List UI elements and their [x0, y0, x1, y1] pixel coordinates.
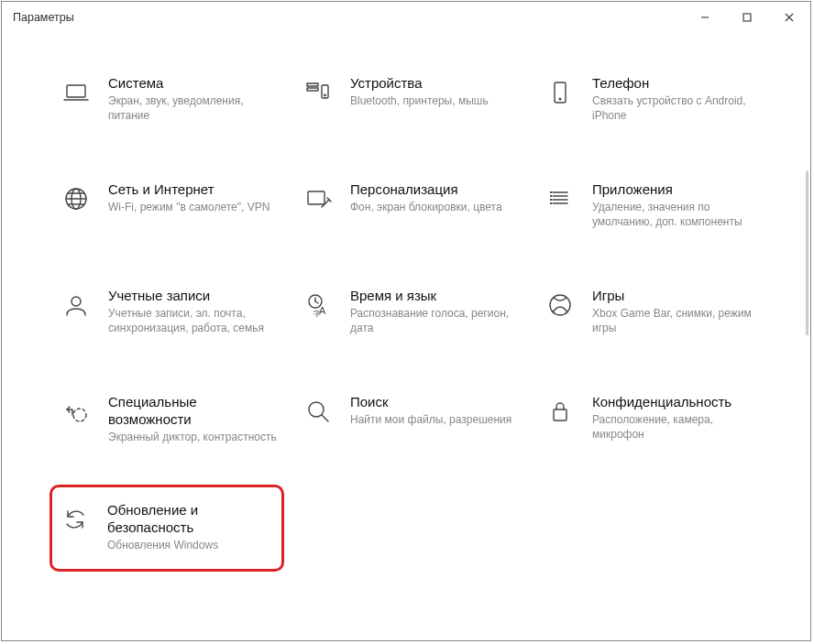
- settings-tile-network[interactable]: Сеть и ИнтернетWi-Fi, режим "в самолете"…: [57, 176, 284, 235]
- tile-title: Сеть и Интернет: [108, 181, 270, 199]
- tile-text: КонфиденциальностьРасположение, камера, …: [592, 394, 764, 442]
- tile-text: ПоискНайти мои файлы, разрешения: [350, 394, 512, 427]
- search-icon: [302, 396, 334, 427]
- settings-tile-accounts[interactable]: Учетные записиУчетные записи, эл. почта,…: [57, 282, 284, 341]
- settings-tile-search[interactable]: ПоискНайти мои файлы, разрешения: [299, 388, 526, 450]
- tile-title: Учетные записи: [108, 288, 280, 305]
- tile-title: Приложения: [592, 181, 764, 199]
- tile-description: Фон, экран блокировки, цвета: [350, 200, 502, 214]
- tile-description: Связать устройство с Android, iPhone: [592, 93, 764, 123]
- tile-description: Bluetooth, принтеры, мышь: [350, 93, 489, 108]
- sync-icon: [60, 504, 91, 535]
- tile-description: Обновления Windows: [107, 538, 272, 552]
- tile-description: Удаление, значения по умолчанию, доп. ко…: [592, 200, 764, 229]
- pen-screen-icon: [302, 183, 334, 214]
- tile-text: Время и языкРаспознавание голоса, регион…: [350, 288, 522, 335]
- accessibility-icon: [60, 396, 92, 427]
- tile-title: Игры: [592, 288, 764, 305]
- settings-tile-system[interactable]: СистемаЭкран, звук, уведомления, питание: [57, 70, 284, 128]
- tile-text: СистемаЭкран, звук, уведомления, питание: [108, 75, 280, 123]
- xbox-icon: [544, 289, 576, 321]
- tile-text: Учетные записиУчетные записи, эл. почта,…: [108, 288, 280, 335]
- svg-rect-1: [743, 14, 751, 21]
- tile-description: Расположение, камера, микрофон: [592, 412, 764, 442]
- tile-description: Экран, звук, уведомления, питание: [108, 93, 280, 123]
- tile-title: Время и язык: [350, 288, 522, 305]
- settings-tile-gaming[interactable]: ИгрыXbox Game Bar, снимки, режим игры: [541, 282, 768, 341]
- settings-tile-time[interactable]: Время и языкРаспознавание голоса, регион…: [299, 282, 526, 341]
- tile-title: Телефон: [592, 75, 764, 93]
- settings-tile-devices[interactable]: УстройстваBluetooth, принтеры, мышь: [299, 70, 526, 128]
- tile-text: Обновление и безопасностьОбновления Wind…: [107, 502, 272, 552]
- tile-description: Распознавание голоса, регион, дата: [350, 306, 522, 335]
- tile-title: Поиск: [350, 394, 512, 411]
- close-button[interactable]: [768, 2, 810, 33]
- maximize-button[interactable]: [726, 2, 768, 33]
- tile-description: Учетные записи, эл. почта, синхронизация…: [108, 306, 280, 335]
- settings-tile-personalization[interactable]: ПерсонализацияФон, экран блокировки, цве…: [299, 176, 526, 235]
- settings-tile-phone[interactable]: ТелефонСвязать устройство с Android, iPh…: [541, 70, 768, 128]
- tile-text: Специальные возможностиЭкранный диктор, …: [108, 394, 280, 444]
- tile-text: ПриложенияУдаление, значения по умолчани…: [592, 181, 764, 229]
- devices-icon: [302, 77, 334, 108]
- laptop-icon: [60, 77, 92, 108]
- settings-tile-privacy[interactable]: КонфиденциальностьРасположение, камера, …: [541, 388, 768, 450]
- tile-text: Сеть и ИнтернетWi-Fi, режим "в самолете"…: [108, 181, 270, 214]
- minimize-button[interactable]: [684, 2, 726, 33]
- tile-title: Обновление и безопасность: [107, 502, 272, 537]
- titlebar: Параметры: [2, 2, 810, 33]
- tile-title: Устройства: [350, 75, 489, 93]
- scrollbar[interactable]: [806, 170, 808, 335]
- window-title: Параметры: [13, 11, 74, 24]
- time-lang-icon: [302, 289, 334, 321]
- tile-text: ПерсонализацияФон, экран блокировки, цве…: [350, 181, 502, 214]
- tile-text: ТелефонСвязать устройство с Android, iPh…: [592, 75, 764, 123]
- phone-icon: [544, 77, 576, 108]
- settings-tile-apps[interactable]: ПриложенияУдаление, значения по умолчани…: [541, 176, 768, 235]
- tile-text: УстройстваBluetooth, принтеры, мышь: [350, 75, 489, 108]
- tile-title: Система: [108, 75, 280, 93]
- settings-grid: СистемаЭкран, звук, уведомления, питание…: [2, 33, 810, 640]
- window-controls: [684, 2, 810, 33]
- apps-icon: [544, 183, 576, 214]
- settings-tile-update[interactable]: Обновление и безопасностьОбновления Wind…: [50, 485, 284, 572]
- tile-title: Персонализация: [350, 181, 502, 199]
- person-icon: [60, 289, 92, 321]
- tile-description: Экранный диктор, контрастность: [108, 430, 280, 444]
- lock-icon: [544, 396, 576, 427]
- tile-description: Xbox Game Bar, снимки, режим игры: [592, 306, 764, 335]
- tile-description: Найти мои файлы, разрешения: [350, 412, 512, 427]
- tile-description: Wi-Fi, режим "в самолете", VPN: [108, 200, 270, 214]
- tile-title: Конфиденциальность: [592, 394, 764, 411]
- tile-text: ИгрыXbox Game Bar, снимки, режим игры: [592, 288, 764, 335]
- settings-window: Параметры СистемаЭкран, звук, уведомлени…: [1, 1, 811, 641]
- globe-icon: [60, 183, 92, 214]
- settings-tile-accessibility[interactable]: Специальные возможностиЭкранный диктор, …: [57, 388, 284, 450]
- tile-title: Специальные возможности: [108, 394, 280, 429]
